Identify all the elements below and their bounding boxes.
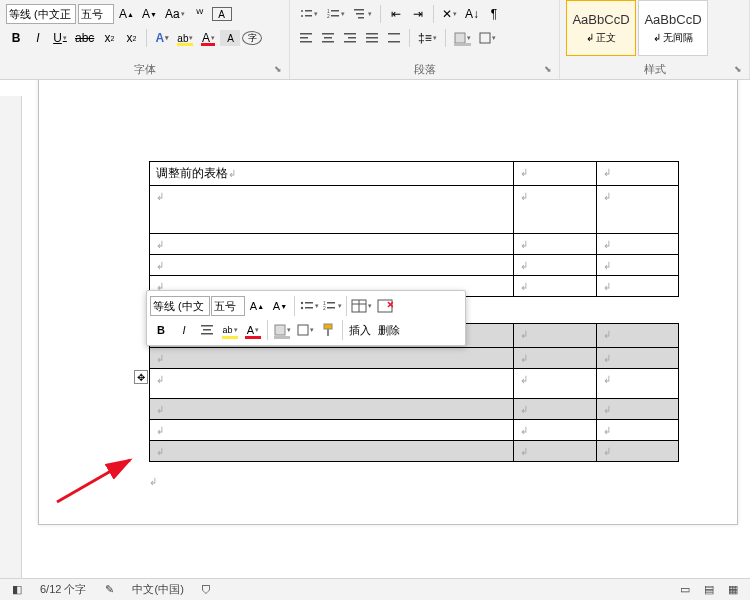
ribbon-group-font: A▲ A▼ Aa▾ ᵂ A B I U▾ abc x2 x2 A▾ ab▾ A▾… [0, 0, 290, 79]
styles-group-label: 样式 [560, 62, 749, 77]
svg-rect-35 [327, 307, 335, 309]
svg-rect-26 [480, 33, 490, 43]
mini-borders[interactable]: ▾ [294, 319, 316, 341]
mini-insert-label[interactable]: 插入 [346, 323, 374, 338]
page-nav-icon[interactable]: ◧ [8, 581, 26, 599]
mini-delete-table[interactable] [374, 295, 396, 317]
italic-button[interactable]: I [28, 28, 48, 48]
style-preview-text: AaBbCcD [644, 12, 701, 27]
change-case-button[interactable]: Aa▾ [162, 4, 188, 24]
multilevel-list-button[interactable]: ▾ [350, 4, 375, 24]
svg-rect-14 [322, 33, 334, 35]
mini-italic[interactable]: I [173, 319, 195, 341]
show-marks-button[interactable]: ¶ [484, 4, 504, 24]
underline-button[interactable]: U▾ [50, 28, 70, 48]
decrease-indent-button[interactable]: ⇤ [386, 4, 406, 24]
align-center-button[interactable] [318, 28, 338, 48]
proofing-icon[interactable]: ✎ [100, 581, 118, 599]
accessibility-icon[interactable]: ⛉ [198, 581, 216, 599]
language-label[interactable]: 中文(中国) [132, 582, 183, 597]
svg-rect-43 [203, 329, 211, 331]
align-left-button[interactable] [296, 28, 316, 48]
subscript-button[interactable]: x2 [99, 28, 119, 48]
mini-format-painter[interactable] [317, 319, 339, 341]
line-spacing-button[interactable]: ‡≡▾ [415, 28, 440, 48]
svg-rect-45 [275, 325, 285, 335]
mini-bullets[interactable]: ▾ [298, 295, 320, 317]
svg-rect-16 [322, 41, 334, 43]
mini-font-size[interactable] [211, 296, 245, 316]
increase-indent-button[interactable]: ⇥ [408, 4, 428, 24]
view-print-icon[interactable]: ▤ [700, 581, 718, 599]
mini-font-color[interactable]: A▾ [242, 319, 264, 341]
align-right-button[interactable] [340, 28, 360, 48]
style-nospacing[interactable]: AaBbCcD ↲ 无间隔 [638, 0, 708, 56]
mini-highlight[interactable]: ab▾ [219, 319, 241, 341]
table-move-handle[interactable]: ✥ [134, 370, 148, 384]
svg-rect-33 [327, 302, 335, 304]
table1-title: 调整前的表格 [156, 166, 228, 180]
svg-rect-29 [305, 302, 313, 304]
font-color-button[interactable]: A▾ [198, 28, 218, 48]
ribbon: A▲ A▼ Aa▾ ᵂ A B I U▾ abc x2 x2 A▾ ab▾ A▾… [0, 0, 750, 80]
mini-font-name[interactable] [150, 296, 210, 316]
svg-rect-12 [300, 37, 308, 39]
mini-numbering[interactable]: 12▾ [321, 295, 343, 317]
styles-dialog-launcher[interactable]: ⬊ [734, 64, 746, 76]
svg-rect-15 [324, 37, 332, 39]
mini-insert-table[interactable]: ▾ [350, 295, 373, 317]
svg-rect-31 [305, 307, 313, 309]
svg-point-2 [301, 15, 303, 17]
shrink-font-button[interactable]: A▼ [139, 4, 160, 24]
font-size-combo[interactable] [78, 4, 114, 24]
svg-rect-21 [366, 37, 378, 39]
svg-rect-13 [300, 41, 312, 43]
svg-rect-22 [366, 41, 378, 43]
font-name-combo[interactable] [6, 4, 76, 24]
phonetic-guide-button[interactable]: ᵂ [190, 4, 210, 24]
font-dialog-launcher[interactable]: ⬊ [274, 64, 286, 76]
highlight-button[interactable]: ab▾ [174, 28, 196, 48]
sort-button[interactable]: A↓ [462, 4, 482, 24]
svg-point-30 [300, 307, 302, 309]
grow-font-button[interactable]: A▲ [116, 4, 137, 24]
view-web-icon[interactable]: ▦ [724, 581, 742, 599]
view-reading-icon[interactable]: ▭ [676, 581, 694, 599]
char-shading-button[interactable]: A [220, 30, 240, 46]
svg-text:2: 2 [323, 305, 326, 311]
char-border-button[interactable]: A [212, 7, 232, 21]
ribbon-group-styles: AaBbCcD ↲ 正文 AaBbCcD ↲ 无间隔 样式 ⬊ [560, 0, 750, 79]
mini-delete-label[interactable]: 删除 [375, 323, 403, 338]
mini-bold[interactable]: B [150, 319, 172, 341]
borders-button[interactable]: ▾ [476, 28, 499, 48]
word-count[interactable]: 6/12 个字 [40, 582, 86, 597]
svg-rect-48 [327, 329, 329, 336]
style-name-label: ↲ 无间隔 [653, 31, 694, 45]
mini-shrink-font[interactable]: A▼ [269, 295, 291, 317]
bold-button[interactable]: B [6, 28, 26, 48]
mini-grow-font[interactable]: A▲ [246, 295, 268, 317]
font-group-label: 字体 [0, 62, 289, 77]
enclose-char-button[interactable]: 字 [242, 31, 262, 45]
style-name-label: ↲ 正文 [586, 31, 617, 45]
paragraph-dialog-launcher[interactable]: ⬊ [544, 64, 556, 76]
superscript-button[interactable]: x2 [121, 28, 141, 48]
shading-button[interactable]: ▾ [451, 28, 474, 48]
text-direction-button[interactable]: ✕▾ [439, 4, 460, 24]
bullets-button[interactable]: ▾ [296, 4, 321, 24]
ruler-vertical[interactable] [0, 96, 22, 580]
text-effects-button[interactable]: A▾ [152, 28, 172, 48]
mini-align[interactable] [196, 319, 218, 341]
svg-rect-18 [348, 37, 356, 39]
table-before[interactable]: 调整前的表格↲↲↲ ↲↲↲ ↲↲↲ ↲↲↲ ↲↲↲ [149, 161, 679, 297]
numbering-button[interactable]: 12▾ [323, 4, 348, 24]
svg-rect-47 [324, 324, 332, 329]
align-justify-button[interactable] [362, 28, 382, 48]
distribute-button[interactable] [384, 28, 404, 48]
svg-rect-44 [201, 333, 213, 335]
mini-shading[interactable]: ▾ [271, 319, 293, 341]
style-normal[interactable]: AaBbCcD ↲ 正文 [566, 0, 636, 56]
document-area[interactable]: 调整前的表格↲↲↲ ↲↲↲ ↲↲↲ ↲↲↲ ↲↲↲ ↲ 调整后的表格↲↲↲ ↲↲… [0, 80, 750, 580]
strikethrough-button[interactable]: abc [72, 28, 97, 48]
status-bar: ◧ 6/12 个字 ✎ 中文(中国) ⛉ ▭ ▤ ▦ [0, 578, 750, 600]
